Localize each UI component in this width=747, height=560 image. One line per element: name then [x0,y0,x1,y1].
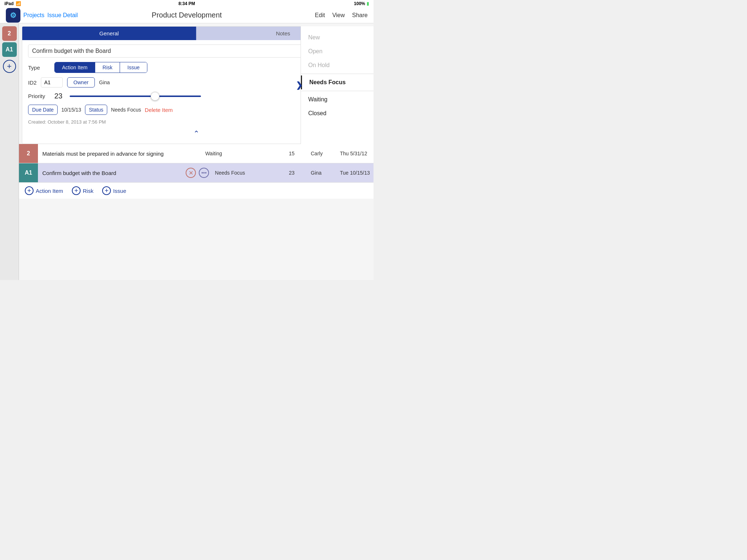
owner-value: Gina [99,79,110,85]
delete-item-btn[interactable]: Delete Item [145,107,173,113]
add-issue-label: Issue [113,188,126,194]
content-area: General Notes Type Action Item Risk Issu… [19,23,374,280]
priority-label: Priority [28,93,50,99]
main-area: 2 A1 + General Notes Type [0,23,374,280]
type-action-item-btn[interactable]: Action Item [55,62,95,73]
add-action-item-label: Action Item [36,188,63,194]
row-date: Thu 5/31/12 [337,151,374,156]
dropdown-closed[interactable]: Closed [301,106,374,120]
panel-wrapper: General Notes Type Action Item Risk Issu… [19,26,374,144]
row-status: Needs Focus [212,170,286,176]
due-date-value: 10/15/13 [61,107,81,113]
wifi-icon: 📶 [16,1,21,6]
dropdown-divider-2 [301,91,374,91]
sidebar-action-badge[interactable]: A1 [2,42,17,57]
status-btn[interactable]: Status [85,105,108,115]
id-label: ID2 [28,79,36,86]
add-risk-icon: + [72,186,81,195]
row-date: Tue 10/15/13 [337,170,374,176]
type-selector: Action Item Risk Issue [54,62,147,73]
dropdown-on-hold[interactable]: On Hold [301,58,374,72]
row-title: Confirm budget with the Board [38,170,183,176]
nav-projects-link[interactable]: Projects [23,12,44,19]
row-badge-action[interactable]: A1 [19,163,38,182]
dropdown-divider [301,74,374,74]
nav-share-btn[interactable]: Share [352,12,368,19]
status-bar: iPad 📶 8:34 PM 100% ▮ [0,0,374,7]
dropdown-waiting[interactable]: Waiting [301,93,374,106]
add-risk-label: Risk [83,188,93,194]
status-value: Needs Focus [111,107,141,113]
dropdown-needs-focus[interactable]: Needs Focus [301,75,374,89]
dropdown-new[interactable]: New [301,31,374,44]
nav-title: Product Development [152,11,222,19]
priority-slider-track [70,96,201,97]
type-label: Type [28,65,50,71]
row-title: Materials must be prepared in advance fo… [38,151,202,157]
sidebar-add-button[interactable]: + [3,60,16,73]
add-issue-btn[interactable]: + Issue [102,186,126,195]
add-action-item-icon: + [25,186,34,195]
table-row: 2 Materials must be prepared in advance … [19,144,374,163]
tab-general[interactable]: General [22,27,196,40]
nav-issue-detail-link[interactable]: Issue Detail [47,12,78,19]
sidebar-risk-badge[interactable]: 2 [2,26,17,41]
priority-value: 23 [54,92,65,100]
table-area: 2 Materials must be prepared in advance … [19,144,374,183]
row-owner: Carly [308,151,337,156]
nav-edit-btn[interactable]: Edit [315,12,325,19]
battery-icon: ▮ [367,1,369,6]
owner-btn[interactable]: Owner [67,77,94,88]
device-label: iPad [4,1,13,6]
row-icons: ✕ ••• [183,168,212,178]
type-issue-btn[interactable]: Issue [120,62,147,73]
nav-view-btn[interactable]: View [332,12,345,19]
status-time: 8:34 PM [178,1,195,6]
app-logo: ⚙ [6,8,20,23]
add-action-item-btn[interactable]: + Action Item [25,186,63,195]
row-owner: Gina [308,170,337,176]
row-status: Waiting [202,151,286,156]
battery-percent: 100% [354,1,365,6]
nav-bar: ⚙ Projects Issue Detail Product Developm… [0,7,374,23]
id-input[interactable] [41,77,63,88]
row-priority: 15 [286,151,308,156]
add-row: + Action Item + Risk + Issue [19,183,374,199]
dropdown-panel: ❯ New Open On Hold Needs Focus Waiting C… [301,26,374,144]
row-more-icon[interactable]: ••• [199,168,209,178]
row-badge-risk[interactable]: 2 [19,144,38,163]
priority-slider-thumb[interactable] [151,92,159,101]
due-date-btn[interactable]: Due Date [28,105,58,115]
row-priority: 23 [286,170,308,176]
row-delete-icon[interactable]: ✕ [186,168,196,178]
dropdown-chevron-icon: ❯ [296,81,302,90]
sidebar: 2 A1 + [0,23,19,280]
type-risk-btn[interactable]: Risk [95,62,120,73]
table-row: A1 Confirm budget with the Board ✕ ••• N… [19,163,374,183]
add-issue-icon: + [102,186,111,195]
dropdown-open[interactable]: Open [301,44,374,58]
add-risk-btn[interactable]: + Risk [72,186,93,195]
